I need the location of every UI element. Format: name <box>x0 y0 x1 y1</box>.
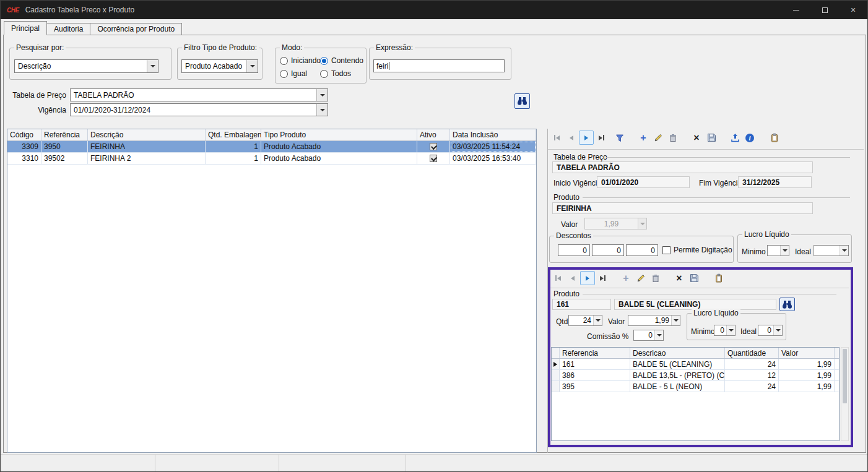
info-button[interactable]: i <box>742 131 757 145</box>
filtro-tipo-produto-combobox[interactable]: Produto Acabado <box>181 59 258 73</box>
nav-prev-button[interactable] <box>564 131 579 145</box>
combo-dropdown-button[interactable] <box>147 60 158 72</box>
items-valor-combobox[interactable]: 1,99 <box>628 315 680 326</box>
items-nav-last-button[interactable] <box>595 271 610 285</box>
column-header-quantidade[interactable]: Quantidade <box>725 348 779 358</box>
column-header-descricao[interactable]: Descrição <box>88 129 206 140</box>
save-button[interactable] <box>704 131 719 145</box>
column-header-descricao[interactable]: Descricao <box>630 348 725 358</box>
items-nav-prev-button[interactable] <box>565 271 580 285</box>
detail-ideal-value <box>814 246 840 255</box>
panel-splitter[interactable] <box>547 129 548 453</box>
minimize-button[interactable] <box>782 1 810 19</box>
tab-auditoria[interactable]: Auditoria <box>46 23 90 35</box>
maximize-button[interactable] <box>810 1 839 19</box>
cell-codigo: 3309 <box>7 141 41 152</box>
export-button[interactable] <box>727 131 742 145</box>
edit-button[interactable] <box>651 131 666 145</box>
delete-button[interactable] <box>666 131 680 145</box>
combo-dropdown-button[interactable] <box>316 104 328 116</box>
tabela-preco-combobox[interactable]: TABELA PADRÃO <box>70 88 328 101</box>
column-header-referencia[interactable]: Referência <box>41 129 88 140</box>
combo-dropdown-button[interactable] <box>593 315 602 325</box>
fim-vigencia-label: Fim Vigência <box>699 179 742 187</box>
comissao-combobox[interactable]: 0 <box>633 330 664 341</box>
cell-descricao: BALDE 13,5L - (PRETO) (CLEAN <box>630 370 725 380</box>
filter-button[interactable] <box>612 131 627 145</box>
items-insert-button[interactable]: + <box>618 271 633 285</box>
nav-first-button[interactable] <box>549 131 564 145</box>
items-search-button[interactable] <box>779 298 795 311</box>
vigencia-combobox[interactable]: 01/01/2020-31/12/2024 <box>70 103 328 116</box>
items-nav-first-button[interactable] <box>550 271 565 285</box>
column-header-codigo[interactable]: Código <box>7 129 41 140</box>
floppy-save-icon <box>707 133 716 142</box>
detail-ideal-combobox[interactable] <box>814 245 849 256</box>
copy-button[interactable] <box>767 131 782 145</box>
insert-button[interactable]: + <box>636 131 651 145</box>
combo-dropdown-button[interactable] <box>316 89 328 101</box>
status-panel-2 <box>155 455 279 472</box>
ativo-checkbox[interactable] <box>430 155 437 162</box>
fim-vigencia-field[interactable]: 31/12/2025 <box>738 176 812 188</box>
search-button[interactable] <box>514 93 530 109</box>
items-copy-button[interactable] <box>711 271 726 285</box>
scrollbar-thumb[interactable] <box>843 349 847 403</box>
items-edit-button[interactable] <box>633 271 648 285</box>
detail-minimo-combobox[interactable] <box>767 245 789 256</box>
table-row[interactable]: 386 BALDE 13,5L - (PRETO) (CLEAN 12 1,99 <box>552 370 839 381</box>
detail-toolbar: + × i <box>549 131 782 145</box>
tab-principal[interactable]: Principal <box>4 21 47 35</box>
table-row[interactable]: 3310 39502 FEIRINHA 2 1 Produto Acabado … <box>7 153 536 165</box>
desconto-2-input[interactable]: 0 <box>592 244 624 256</box>
items-grid-scrollbar[interactable] <box>841 347 849 441</box>
combo-dropdown-button[interactable] <box>773 325 782 335</box>
items-nav-next-button[interactable] <box>580 271 595 285</box>
column-header-ativo[interactable]: Ativo <box>417 129 450 140</box>
radio-todos[interactable]: Todos <box>320 69 351 78</box>
table-row[interactable]: 3309 3950 FEIRINHA 1 Produto Acabado 03/… <box>7 141 536 153</box>
radio-contendo[interactable]: Contendo <box>320 56 363 65</box>
column-header-qtd-embalagem[interactable]: Qtd. Embalagem <box>206 129 261 140</box>
cell-referencia: 395 <box>560 381 630 392</box>
items-delete-button[interactable] <box>648 271 663 285</box>
combo-dropdown-button[interactable] <box>671 315 680 325</box>
items-minimo-combobox[interactable]: 0 <box>714 325 736 336</box>
cancel-button[interactable]: × <box>689 131 704 145</box>
combo-dropdown-button[interactable] <box>654 330 663 340</box>
combo-dropdown-button[interactable] <box>246 60 258 72</box>
items-valor-label: Valor <box>608 317 625 326</box>
nav-last-button[interactable] <box>594 131 609 145</box>
desconto-3-input[interactable]: 0 <box>626 244 658 256</box>
items-cancel-button[interactable]: × <box>672 271 687 285</box>
detail-tabela-preco-field[interactable]: TABELA PADRÃO <box>552 161 813 173</box>
column-header-data-inclusao[interactable]: Data Inclusão <box>450 129 536 140</box>
close-button[interactable]: × <box>839 1 867 19</box>
items-save-button[interactable] <box>687 271 701 285</box>
inicio-vigencia-field[interactable]: 01/01/2020 <box>597 176 690 188</box>
items-qtd-combobox[interactable]: 24 <box>568 315 602 326</box>
combo-dropdown-button[interactable] <box>780 246 789 255</box>
desconto-1-input[interactable]: 0 <box>558 244 590 256</box>
combo-dropdown-button[interactable] <box>840 246 848 255</box>
chevron-down-icon <box>842 249 847 252</box>
column-header-tipo-produto[interactable]: Tipo Produto <box>261 129 417 140</box>
items-toolbar: + × <box>550 271 726 285</box>
cell-filler <box>835 359 840 369</box>
items-produto-codigo-field[interactable]: 161 <box>552 299 611 310</box>
detail-produto-field[interactable]: FEIRINHA <box>552 202 813 214</box>
permite-digitacao-checkbox[interactable]: Permite Digitação <box>662 246 732 254</box>
ativo-checkbox[interactable] <box>430 143 437 150</box>
radio-igual[interactable]: Igual <box>280 69 307 78</box>
nav-next-button[interactable] <box>579 131 594 145</box>
items-ideal-combobox[interactable]: 0 <box>758 325 783 336</box>
table-row[interactable]: 395 BALDE - 5 L (NEON) 24 1,99 <box>552 381 839 392</box>
radio-iniciando[interactable]: Iniciando <box>280 56 321 65</box>
tab-ocorrencia-por-produto[interactable]: Ocorrência por Produto <box>90 23 182 35</box>
table-row[interactable]: 161 BALDE 5L (CLEANING) 24 1,99 <box>552 359 839 370</box>
expressao-input[interactable]: feiri <box>373 59 505 72</box>
column-header-valor[interactable]: Valor <box>779 348 835 358</box>
combo-dropdown-button[interactable] <box>726 325 735 335</box>
pesquisar-por-combobox[interactable]: Descrição <box>14 59 158 73</box>
column-header-referencia[interactable]: Referencia <box>560 348 630 358</box>
